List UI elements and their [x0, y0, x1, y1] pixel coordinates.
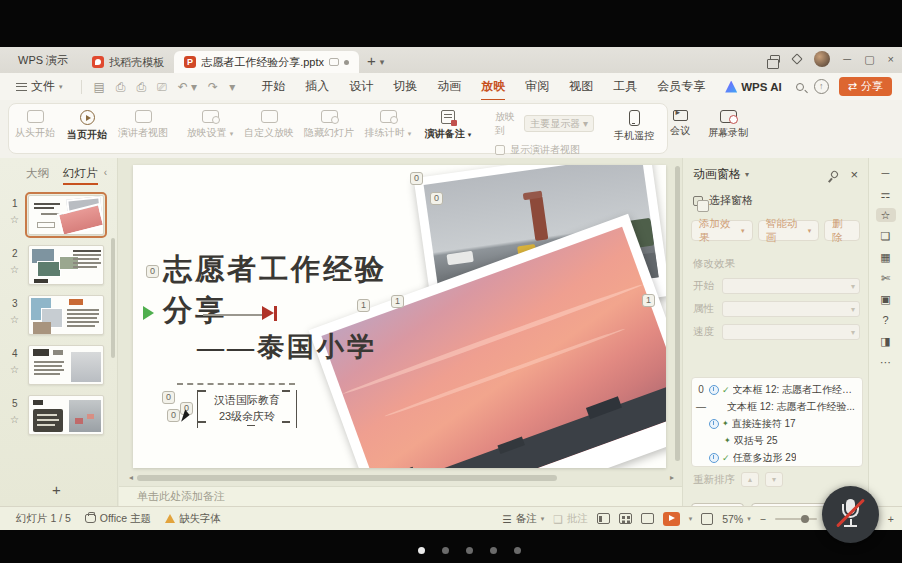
tab-animation[interactable]: 动画	[427, 74, 471, 99]
help-icon[interactable]: ?	[876, 313, 896, 327]
tab-view[interactable]: 视图	[559, 74, 603, 99]
tab-transition[interactable]: 切换	[383, 74, 427, 99]
tab-slideshow[interactable]: 放映	[471, 74, 515, 99]
add-slide-button[interactable]: +	[52, 481, 61, 498]
restore-button[interactable]: ▢	[864, 54, 874, 65]
carousel-dot[interactable]	[466, 547, 473, 554]
fit-slide-icon[interactable]	[701, 513, 713, 525]
hide-slide-button[interactable]: 隐藏幻灯片	[299, 110, 359, 138]
new-tab-button[interactable]: +	[367, 52, 376, 69]
horizontal-scrollbar[interactable]: ◂ ▸	[129, 474, 674, 482]
animation-pane-icon[interactable]: ☆	[876, 208, 896, 222]
print-icon[interactable]: ⎙	[136, 80, 146, 94]
app-home-button[interactable]: WPS 演示	[10, 50, 76, 70]
from-beginning-button[interactable]: 从头开始	[9, 110, 61, 138]
custom-show-button[interactable]: 自定义放映	[239, 110, 299, 138]
zoom-out-button[interactable]: −	[760, 513, 766, 525]
redo-icon[interactable]: ↷	[208, 80, 218, 94]
slideshow-button[interactable]	[663, 512, 680, 526]
show-settings-button[interactable]: 放映设置 ▾	[181, 110, 239, 138]
slide-thumbnail-1[interactable]	[28, 195, 104, 235]
speaker-notes-button[interactable]: 演讲备注 ▾	[417, 110, 479, 139]
carousel-dot[interactable]	[418, 547, 425, 554]
animation-item[interactable]: ✦ 双括号 25	[692, 432, 862, 449]
user-avatar[interactable]	[814, 51, 830, 67]
slide-subtitle[interactable]: 汉语国际教育 23级余庆玲	[197, 390, 297, 428]
move-down-button[interactable]: ▾	[765, 472, 783, 487]
notes-input[interactable]: 单击此处添加备注	[119, 486, 682, 506]
scroll-left-icon[interactable]: ◂	[129, 474, 133, 482]
zoom-in-button[interactable]: +	[888, 513, 894, 525]
tab-document[interactable]: P 志愿者工作经验分享.pptx	[174, 51, 359, 73]
close-pane-icon[interactable]: ×	[850, 167, 858, 182]
upload-cloud-icon[interactable]: ↑	[814, 79, 829, 94]
tab-home[interactable]: 开始	[251, 74, 295, 99]
zoom-level[interactable]: 57% ▾	[722, 513, 751, 525]
more-icon[interactable]: ⋯	[876, 355, 896, 369]
search-icon[interactable]	[796, 83, 804, 91]
collapse-sidebar-icon[interactable]: ─	[876, 166, 896, 180]
slides-tab[interactable]: 幻灯片	[63, 166, 98, 181]
minimize-button[interactable]: ─	[843, 54, 851, 65]
vertical-scrollbar[interactable]	[675, 166, 680, 461]
undo-icon[interactable]: ↶ ▾	[178, 80, 197, 94]
notebook-icon[interactable]: ▣	[876, 292, 896, 306]
move-up-button[interactable]: ▴	[741, 472, 759, 487]
chevron-down-icon[interactable]: ▾	[745, 170, 749, 179]
save-icon[interactable]: ▤	[94, 80, 105, 94]
speed-dropdown[interactable]: ▾	[722, 324, 860, 340]
more-commands-chevron[interactable]: ▾	[229, 80, 235, 94]
start-dropdown[interactable]: ▾	[722, 278, 860, 294]
output-icon[interactable]: ⎙	[116, 80, 126, 94]
display-select[interactable]: 主要显示器 ▾	[524, 115, 594, 132]
tab-docer-templates[interactable]: 找稻壳模板	[82, 51, 174, 73]
meeting-button[interactable]: 会议	[660, 110, 700, 136]
scrollbar-thumb[interactable]	[137, 475, 557, 481]
slide-title-line3[interactable]: ——泰国小学	[197, 329, 377, 365]
presenter-view-button[interactable]: 演讲者视图	[113, 110, 173, 138]
rehearse-timing-button[interactable]: 排练计时 ▾	[359, 110, 417, 138]
screen-record-button[interactable]: 屏幕录制	[700, 110, 756, 138]
print-preview-icon[interactable]: ⎚	[157, 80, 167, 94]
slide-title-line2[interactable]: 分享	[163, 291, 227, 331]
theme-clothes-icon[interactable]: ◨	[876, 334, 896, 348]
slide-thumbnail-3[interactable]	[28, 295, 104, 335]
animation-item[interactable]: ✦ 直接连接符 17	[692, 415, 862, 432]
tab-list-chevron[interactable]: ▾	[380, 57, 385, 67]
delete-effect-button[interactable]: 删除	[824, 220, 860, 241]
chart-icon[interactable]: ▦	[876, 250, 896, 264]
animation-item[interactable]: ✓ 任意多边形 29	[692, 449, 862, 466]
theme-indicator[interactable]: Office 主题	[85, 512, 151, 526]
tab-design[interactable]: 设计	[339, 74, 383, 99]
smart-animation-button[interactable]: 智能动画▾	[758, 220, 820, 241]
tools-icon[interactable]: ✄	[876, 271, 896, 285]
slide-thumbnail-4[interactable]	[28, 345, 104, 385]
tab-tools[interactable]: 工具	[603, 74, 647, 99]
outline-tab[interactable]: 大纲	[26, 166, 49, 181]
zoom-slider[interactable]	[775, 518, 817, 520]
comments-toggle[interactable]: ❑ 批注	[553, 512, 587, 526]
phone-remote-button[interactable]: 手机遥控	[608, 110, 660, 141]
share-button[interactable]: ⇄ 分享	[839, 77, 892, 96]
close-button[interactable]: ×	[888, 54, 894, 65]
normal-view-icon[interactable]	[597, 513, 610, 524]
tab-insert[interactable]: 插入	[295, 74, 339, 99]
reading-view-icon[interactable]	[641, 513, 654, 524]
add-effect-button[interactable]: 添加效果▾	[691, 220, 753, 241]
pin-icon[interactable]	[830, 170, 840, 180]
slide-editing-surface[interactable]: 0 0 0 1 1 1 1 0 0 0 志愿者工作经验 分享 ——泰国小学	[133, 165, 666, 468]
show-presenter-checkbox[interactable]	[495, 145, 505, 155]
carousel-dot[interactable]	[442, 547, 449, 554]
scroll-right-icon[interactable]: ▸	[670, 474, 674, 482]
panel-scrollbar[interactable]	[111, 238, 115, 358]
slide-thumbnail-2[interactable]	[28, 245, 104, 285]
tab-review[interactable]: 审阅	[515, 74, 559, 99]
missing-font-warning[interactable]: 缺失字体	[165, 512, 221, 526]
tab-membership[interactable]: 会员专享	[647, 74, 715, 99]
property-dropdown[interactable]: ▾	[722, 301, 860, 317]
carousel-dot[interactable]	[490, 547, 497, 554]
animation-item[interactable]: ✓ 文本框 23: 汉语国际教育 2	[692, 466, 862, 467]
slide-title-line1[interactable]: 志愿者工作经验	[163, 250, 387, 290]
selection-pane-button[interactable]: 选择窗格	[683, 183, 868, 208]
layers-icon[interactable]: ❏	[876, 229, 896, 243]
